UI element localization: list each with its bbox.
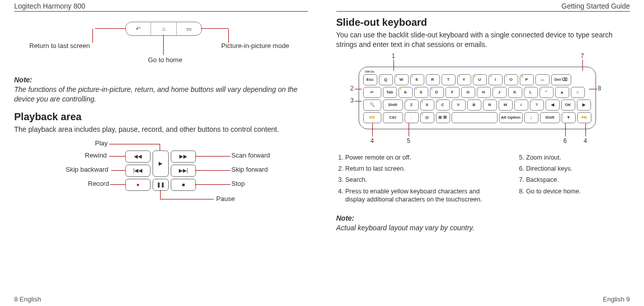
home-label: Go to home [148, 56, 182, 64]
num-8: 8 [598, 85, 602, 92]
key: T [441, 74, 456, 85]
key: 🔍 [363, 99, 381, 111]
num-7: 7 [581, 53, 584, 60]
skip-back-button: |◀◀ [125, 165, 151, 177]
home-icon: ⌂ [151, 22, 176, 35]
key: Ctrl [383, 112, 403, 123]
key: J+ [492, 87, 507, 98]
legend-item: Press to enable yellow keyboard characte… [345, 187, 497, 204]
key: ⊞ ⌘ [436, 112, 450, 123]
num-6: 6 [564, 137, 567, 144]
note-title: Note: [14, 76, 32, 84]
footer-left: 8 English [14, 295, 41, 303]
keyboard: Off On EscQ1W2E3RTY&U$I%O#P\$—Del ⌫ ↩Tab… [359, 67, 596, 129]
kbd-note-body: Actual keyboard layout may vary by count… [336, 224, 475, 232]
play-label: Play [95, 139, 108, 147]
legend-item: Directional keys. [526, 165, 581, 173]
key: FN [577, 112, 591, 123]
key: Z7 [405, 99, 419, 111]
stop-label: Stop [231, 180, 245, 187]
note-body: The functions of the picture-in-picture,… [14, 85, 298, 103]
legend-left: Power remote on or off.Return to last sc… [336, 154, 497, 207]
key: ▼ [562, 112, 576, 123]
key: C9 [436, 99, 450, 111]
key: ;: [524, 112, 538, 123]
key: A4 [399, 87, 413, 98]
onoff-label: Off On [365, 70, 589, 73]
key: Shift [540, 112, 560, 123]
key: X8 [420, 99, 434, 111]
pip-label: Picture-in-picture mode [221, 42, 289, 49]
skip-fwd-button: ▶▶| [171, 165, 196, 177]
key: ▲ [555, 87, 569, 98]
key: /< [514, 99, 528, 111]
key: @0 [420, 112, 434, 123]
footer-right: English 9 [603, 295, 630, 303]
key: ↩ [363, 87, 381, 98]
skipback-label: Skip backward [66, 166, 109, 173]
kbd-intro: You can use the backlit slide-out keyboa… [336, 30, 630, 49]
rewind-label: Rewind [85, 151, 107, 159]
keyboard-diagram: Off On EscQ1W2E3RTY&U$I%O#P\$—Del ⌫ ↩Tab… [336, 53, 609, 148]
back-icon: ↶ [126, 22, 151, 35]
key: N` [483, 99, 497, 111]
num-2: 2 [351, 85, 354, 92]
key: ") [539, 87, 554, 98]
key: Y& [457, 74, 471, 85]
key: ⌂ [571, 87, 585, 98]
num-1: 1 [392, 53, 395, 60]
key: — [535, 74, 550, 85]
legend-item: Go to device home. [526, 187, 581, 195]
key: .~ [405, 112, 419, 123]
kbd-title: Slide-out keyboard [336, 17, 630, 28]
legend-item: Zoom in/out. [526, 154, 581, 162]
key: W2 [394, 74, 409, 85]
key: D6 [430, 87, 444, 98]
key: O# [504, 74, 518, 85]
key: Del ⌫ [551, 74, 571, 85]
nav-diagram: ↶ ⌂ ▭ Return to last screen Go to home P… [34, 17, 308, 61]
key: ◀ [546, 99, 560, 111]
skipfwd-label: Skip forward [231, 166, 268, 173]
pause-label: Pause [216, 195, 235, 202]
key [452, 112, 498, 123]
legend-item: Return to last screen. [345, 165, 497, 173]
key: B [467, 99, 481, 111]
key: H* [477, 87, 491, 98]
record-label: Record [88, 180, 109, 187]
key: L( [524, 87, 538, 98]
stop-button: ■ [171, 179, 196, 191]
pause-button: ❚❚ [153, 179, 169, 191]
key: Q1 [379, 74, 393, 85]
legend-item: Backspace. [526, 176, 581, 184]
return-label: Return to last screen [29, 42, 90, 49]
key: E3 [410, 74, 424, 85]
page-right: Getting Started Guide Slide-out keyboard… [322, 0, 645, 306]
key: I% [488, 74, 503, 85]
nav-pill: ↶ ⌂ ▭ [125, 22, 202, 36]
pip-icon: ▭ [177, 22, 202, 35]
legend-right: Zoom in/out.Directional keys.Backspace.G… [517, 154, 581, 207]
key: M [499, 99, 513, 111]
record-button: ● [125, 179, 151, 191]
key: V [452, 99, 466, 111]
key: R [426, 74, 440, 85]
key: ▶ [577, 99, 591, 111]
playback-diagram: ◀◀ |◀◀ ● ▶ ❚❚ ▶▶ ▶▶| ■ Play Rewind Skip … [34, 140, 297, 211]
num-4a: 4 [371, 137, 374, 144]
key: OK [561, 99, 575, 111]
legend: Power remote on or off.Return to last sc… [336, 154, 630, 207]
num-4b: 4 [584, 137, 587, 144]
page-left: Logitech Harmony 800 ↶ ⌂ ▭ Return to las… [0, 0, 322, 306]
num-3: 3 [351, 97, 354, 104]
key: S5 [414, 87, 428, 98]
playback-title: Playback area [14, 111, 308, 123]
legend-item: Search. [345, 176, 497, 184]
key: Alt Option [499, 112, 523, 123]
rewind-button: ◀◀ [125, 150, 151, 163]
scanfwd-label: Scan forward [231, 151, 270, 159]
key: G [461, 87, 475, 98]
num-5: 5 [407, 137, 411, 144]
header-right: Getting Started Guide [336, 2, 630, 12]
kbd-note-title: Note: [336, 214, 355, 222]
